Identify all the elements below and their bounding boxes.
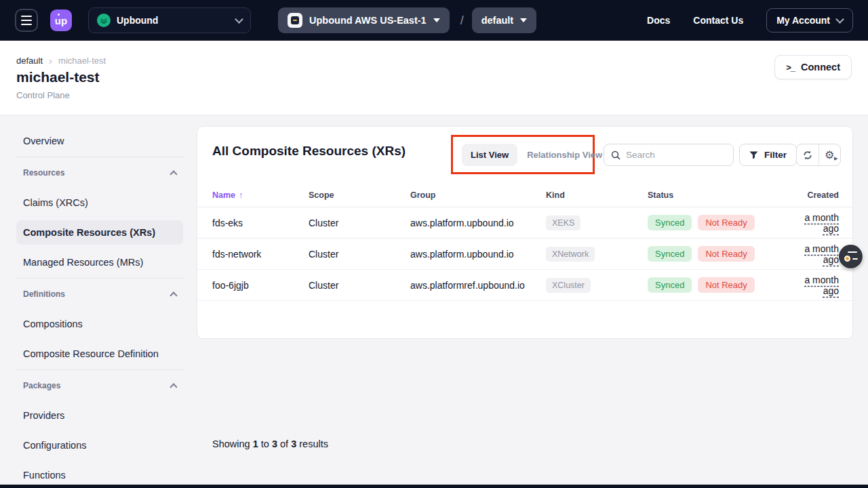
breadcrumb-parent[interactable]: default bbox=[16, 56, 43, 66]
table-row[interactable]: fds-eks Cluster aws.platform.upbound.io … bbox=[197, 207, 852, 239]
path-separator: / bbox=[460, 14, 464, 28]
breadcrumb-separator-icon: › bbox=[49, 55, 52, 66]
sidebar-item-managed-resources[interactable]: Managed Resources (MRs) bbox=[16, 247, 183, 277]
search-input[interactable] bbox=[626, 150, 714, 160]
table-actions-group: ⚙▶ bbox=[796, 144, 841, 166]
tab-relationship-view[interactable]: Relationship View bbox=[527, 150, 602, 160]
chevron-up-icon bbox=[170, 383, 177, 390]
docs-link[interactable]: Docs bbox=[647, 15, 670, 26]
my-account-label: My Account bbox=[776, 15, 830, 26]
filter-button[interactable]: Filter bbox=[739, 144, 797, 166]
connect-label: Connect bbox=[801, 62, 840, 73]
breadcrumb-current: michael-test bbox=[58, 56, 106, 66]
column-header-status[interactable]: Status bbox=[648, 190, 787, 200]
sidebar-section-resources[interactable]: Resources bbox=[16, 158, 183, 188]
sidebar-item-configurations[interactable]: Configurations bbox=[16, 430, 183, 460]
column-header-created[interactable]: Created bbox=[787, 190, 839, 200]
refresh-button[interactable] bbox=[797, 144, 818, 165]
organization-icon bbox=[97, 14, 111, 27]
cell-group: aws.platform.upbound.io bbox=[410, 218, 546, 228]
sidebar-section-definitions[interactable]: Definitions bbox=[16, 279, 183, 309]
summary-text: Showing bbox=[212, 439, 250, 449]
column-header-kind[interactable]: Kind bbox=[546, 190, 648, 200]
summary-text: of bbox=[280, 439, 288, 449]
bottom-edge-strip bbox=[0, 485, 868, 488]
status-badge-synced: Synced bbox=[648, 277, 692, 293]
cell-scope: Cluster bbox=[309, 249, 410, 260]
control-plane-icon bbox=[288, 13, 302, 28]
sidebar-item-composite-resource-definition[interactable]: Composite Resource Definition bbox=[16, 339, 183, 369]
created-timestamp[interactable]: a month ago bbox=[804, 212, 839, 234]
page-subtitle: Control Plane bbox=[16, 90, 70, 100]
feedback-widget-button[interactable] bbox=[839, 245, 863, 268]
cell-group: aws.platformref.upbound.io bbox=[410, 280, 546, 291]
summary-from: 1 bbox=[253, 439, 258, 449]
search-icon bbox=[611, 150, 620, 160]
table-row[interactable]: fds-network Cluster aws.platform.upbound… bbox=[197, 239, 852, 270]
page-header: default › michael-test michael-test Cont… bbox=[0, 41, 868, 115]
section-label: Packages bbox=[23, 381, 60, 390]
control-plane-selector[interactable]: Upbound AWS US-East-1 bbox=[278, 7, 450, 33]
cell-name[interactable]: fds-network bbox=[212, 249, 309, 260]
sidebar-item-composite-resources[interactable]: Composite Resources (XRs) bbox=[16, 220, 183, 245]
cell-name[interactable]: foo-6jgjb bbox=[212, 280, 309, 291]
sidebar-divider bbox=[16, 157, 183, 157]
kind-badge: XCluster bbox=[546, 278, 591, 293]
column-header-name[interactable]: Name ↑ bbox=[212, 190, 309, 200]
status-badge-not-ready: Not Ready bbox=[698, 277, 754, 293]
kind-badge: XNetwork bbox=[546, 247, 595, 262]
hamburger-menu-icon[interactable] bbox=[15, 9, 38, 32]
column-header-scope[interactable]: Scope bbox=[309, 190, 410, 200]
summary-text: results bbox=[299, 439, 328, 449]
sidebar-item-overview[interactable]: Overview bbox=[16, 126, 183, 156]
group-name: default bbox=[481, 15, 514, 26]
sidebar-item-compositions[interactable]: Compositions bbox=[16, 309, 183, 339]
upbound-logo[interactable]: up bbox=[50, 9, 72, 31]
chevron-down-icon bbox=[835, 15, 844, 24]
sidebar: Overview Resources Claims (XRCs) Composi… bbox=[16, 126, 183, 488]
record-dot-icon bbox=[844, 256, 850, 262]
sidebar-divider bbox=[16, 278, 183, 279]
sidebar-item-functions[interactable]: Functions bbox=[16, 460, 183, 488]
organization-selector[interactable]: Upbound bbox=[88, 7, 251, 33]
terminal-icon: >_ bbox=[786, 62, 795, 73]
my-account-button[interactable]: My Account bbox=[766, 8, 853, 33]
column-label: Name bbox=[212, 190, 235, 200]
sidebar-item-claims[interactable]: Claims (XRCs) bbox=[16, 188, 183, 218]
created-timestamp[interactable]: a month ago bbox=[804, 274, 839, 296]
status-badge-synced: Synced bbox=[648, 246, 692, 262]
top-navbar: up Upbound Upbound AWS US-East-1 / defau… bbox=[0, 0, 868, 41]
status-badge-not-ready: Not Ready bbox=[698, 215, 754, 230]
table-results-summary: Showing 1 to 3 of 3 results bbox=[212, 439, 328, 449]
table-header-row: Name ↑ Scope Group Kind Status Created bbox=[197, 184, 852, 207]
refresh-icon bbox=[802, 150, 813, 161]
column-header-group[interactable]: Group bbox=[410, 190, 546, 200]
cell-scope: Cluster bbox=[309, 280, 410, 291]
connect-button[interactable]: >_ Connect bbox=[774, 55, 852, 79]
group-selector[interactable]: default bbox=[472, 7, 537, 33]
tab-list-view[interactable]: List View bbox=[462, 144, 517, 166]
section-label: Resources bbox=[23, 168, 64, 178]
control-plane-name: Upbound AWS US-East-1 bbox=[309, 15, 427, 26]
caret-down-icon bbox=[520, 18, 527, 22]
status-badge-synced: Synced bbox=[648, 215, 692, 230]
filter-label: Filter bbox=[764, 150, 787, 160]
chevron-down-icon bbox=[235, 15, 243, 24]
list-icon bbox=[848, 251, 857, 253]
summary-total: 3 bbox=[291, 439, 296, 449]
created-timestamp[interactable]: a month ago bbox=[804, 243, 839, 265]
sidebar-divider bbox=[16, 369, 183, 370]
organization-name: Upbound bbox=[117, 15, 158, 26]
section-label: Definitions bbox=[23, 289, 65, 299]
list-icon bbox=[852, 258, 858, 260]
status-badge-not-ready: Not Ready bbox=[698, 246, 754, 262]
auto-refresh-settings-button[interactable]: ⚙▶ bbox=[818, 144, 841, 165]
cell-name[interactable]: fds-eks bbox=[212, 218, 309, 228]
table-row[interactable]: foo-6jgjb Cluster aws.platformref.upboun… bbox=[197, 270, 852, 301]
caret-down-icon bbox=[433, 18, 440, 22]
sidebar-section-packages[interactable]: Packages bbox=[16, 371, 183, 401]
kind-badge: XEKS bbox=[546, 216, 580, 230]
contact-us-link[interactable]: Contact Us bbox=[693, 15, 743, 26]
panel-title: All Composite Resources (XRs) bbox=[212, 144, 406, 159]
sidebar-item-providers[interactable]: Providers bbox=[16, 401, 183, 430]
